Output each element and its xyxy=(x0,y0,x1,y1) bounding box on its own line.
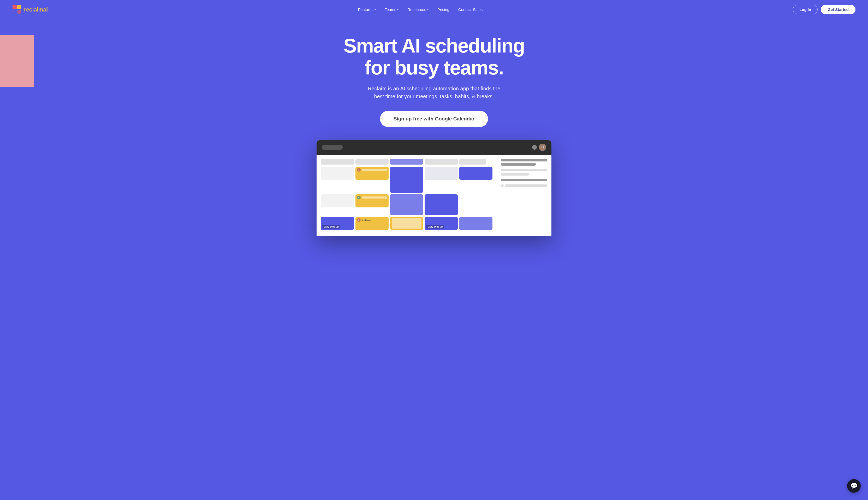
cal-cell xyxy=(321,194,354,207)
sidebar-dot-row xyxy=(501,184,547,187)
svg-rect-0 xyxy=(13,5,17,9)
chat-bubble[interactable]: 💬 xyxy=(847,479,861,493)
nav-links: Features ▾ Teams ▾ Resources ▾ Pricing C… xyxy=(354,5,486,14)
sidebar-bar xyxy=(501,173,529,175)
hero-subtext: Reclaim is an AI scheduling automation a… xyxy=(366,84,502,100)
nav-pricing[interactable]: Pricing xyxy=(434,5,453,14)
cal-cell-yellow-2: B xyxy=(355,194,389,207)
cal-cell-label-2: Daily sync up xyxy=(425,217,458,230)
cal-cell-blue-3 xyxy=(425,194,458,215)
nav-contact-sales[interactable]: Contact Sales xyxy=(455,5,486,14)
sidebar-dot xyxy=(501,184,504,187)
event-avatar-3: C xyxy=(357,218,361,222)
event-bar xyxy=(362,169,387,171)
titlebar-pill xyxy=(322,145,343,150)
login-button[interactable]: Log In xyxy=(793,5,818,14)
cal-header-4 xyxy=(425,159,458,164)
calendar-row-2: B xyxy=(321,194,492,215)
event-avatar: A xyxy=(357,168,361,172)
sidebar-bar xyxy=(505,184,547,187)
decorative-pink-block xyxy=(0,35,34,87)
event-bar-3 xyxy=(392,218,422,229)
event-bar-2 xyxy=(362,196,387,198)
chevron-down-icon: ▾ xyxy=(427,8,429,11)
nav-teams[interactable]: Teams ▾ xyxy=(381,5,402,14)
sidebar-block-3 xyxy=(501,179,547,181)
calendar-row-3: Daily sync up C 1:1 Emmet Daily sync up xyxy=(321,217,492,230)
cal-cell-yellow-1: A xyxy=(355,167,389,180)
sidebar-bar xyxy=(501,179,547,181)
signup-cta-button[interactable]: Sign up free with Google Calendar xyxy=(380,111,488,127)
hero-section: Smart AI scheduling for busy teams. Recl… xyxy=(0,19,868,236)
cal-cell-blue-4 xyxy=(459,217,492,230)
app-body: A B xyxy=(317,155,551,236)
calendar-header-row xyxy=(321,159,492,164)
hero-headline: Smart AI scheduling for busy teams. xyxy=(343,35,525,78)
cal-header-3 xyxy=(390,159,423,164)
nav-resources[interactable]: Resources ▾ xyxy=(404,5,432,14)
event-avatar-2: B xyxy=(357,196,361,199)
logo[interactable]: reclaimai xyxy=(13,5,48,14)
nav-features[interactable]: Features ▾ xyxy=(354,5,379,14)
svg-rect-2 xyxy=(13,10,17,14)
logo-text: reclaimai xyxy=(24,6,48,13)
app-titlebar: U xyxy=(317,140,551,155)
cal-cell-label-1: Daily sync up xyxy=(321,217,354,230)
navbar: reclaimai Features ▾ Teams ▾ Resources ▾… xyxy=(0,0,868,19)
cal-cell-yellow-3: C 1:1 Emmet xyxy=(355,217,389,230)
nav-actions: Log In Get Started xyxy=(793,5,855,14)
event-label-1: Daily sync up xyxy=(322,225,340,229)
sidebar-block-1 xyxy=(501,159,547,166)
sidebar-block-2 xyxy=(501,169,547,175)
cal-header-1 xyxy=(321,159,354,164)
cal-cell xyxy=(321,167,354,180)
sidebar-bar xyxy=(501,169,547,171)
chevron-down-icon: ▾ xyxy=(375,8,376,11)
svg-rect-3 xyxy=(17,10,21,14)
cal-cell-blue-2 xyxy=(459,167,492,180)
chevron-down-icon: ▾ xyxy=(397,8,399,11)
sidebar-bar xyxy=(501,163,536,166)
calendar-row-1: A xyxy=(321,167,492,193)
titlebar-circle xyxy=(532,145,537,150)
cal-header-2 xyxy=(355,159,389,164)
event-text: 1:1 Emmet xyxy=(362,219,372,221)
svg-rect-1 xyxy=(17,5,21,9)
cal-cell-yellow-4 xyxy=(390,217,423,230)
calendar-sidebar xyxy=(497,155,551,236)
calendar-main: A B xyxy=(317,155,497,236)
cal-cell-blue-1 xyxy=(390,167,423,193)
cal-header-5 xyxy=(459,159,486,164)
cal-cell-mid xyxy=(390,194,423,215)
user-avatar: U xyxy=(539,144,546,151)
cal-cell-empty xyxy=(425,167,458,180)
event-label-2: Daily sync up xyxy=(426,225,444,229)
get-started-button[interactable]: Get Started xyxy=(821,5,855,14)
app-preview: U A xyxy=(317,140,551,236)
sidebar-bar xyxy=(501,159,547,161)
chat-icon: 💬 xyxy=(851,482,858,489)
